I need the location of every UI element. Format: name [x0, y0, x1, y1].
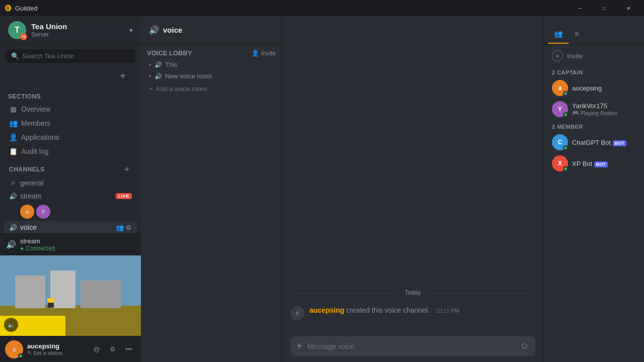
member-xp-bot[interactable]: X XP Bot BOT [546, 153, 642, 174]
server-header[interactable]: T +1 Tea Union Server ▾ [0, 16, 141, 44]
expand-icon-this: ▾ [149, 62, 151, 67]
members-tab-icon: 👥 [554, 30, 562, 38]
member-name-yarik: YarikVor175 [572, 102, 636, 110]
sidebar-item-audit-log[interactable]: 📋 Audit log [4, 144, 137, 158]
stream-users: a Y [4, 203, 137, 221]
system-message-icon: # [290, 306, 304, 320]
channels-header: Channels + [4, 158, 137, 176]
chat-messages: Today # aucepsing created this voice cha… [282, 16, 543, 330]
sidebar-item-applications-label: Applications [21, 133, 59, 141]
settings-button[interactable]: ⚙ [106, 342, 120, 356]
user-controls: @ ⚙ ••• [90, 342, 136, 356]
maximize-button[interactable]: □ [593, 0, 616, 16]
member-name-xp: XP Bot BOT [572, 160, 636, 167]
sidebar-content: Sections ▦ Overview 👥 Members 👤 Applicat… [0, 87, 141, 233]
svg-rect-4 [15, 276, 45, 308]
search-bar: 🔍 [6, 49, 135, 63]
voice-members-icon[interactable]: 👥 [116, 224, 124, 231]
applications-icon: 👤 [9, 133, 17, 141]
invite-button[interactable]: 👤 Invite [252, 50, 276, 57]
member-status-yarik [563, 112, 568, 117]
search-input[interactable] [22, 52, 130, 60]
member-aucepsing[interactable]: a aucepsing [546, 77, 642, 99]
voice-lobby-label: Voice lobby [147, 49, 192, 57]
channel-item-voice[interactable]: 🔊 voice 👥 ⚙ [4, 221, 137, 233]
username: aucepsing [27, 342, 86, 350]
member-avatar-chatgpt: C [552, 134, 568, 150]
invite-label: Invite [567, 52, 583, 60]
stream-bar-channel-icon: 🔊 [6, 240, 16, 249]
live-badge: LIVE [116, 193, 132, 199]
sidebar-item-applications[interactable]: 👤 Applications [4, 130, 137, 144]
server-notification-badge: +1 [20, 33, 27, 40]
members-icon: 👥 [9, 119, 17, 127]
room-icon-new: 🔊 [154, 73, 162, 80]
video-controls: 🔈 [4, 318, 18, 332]
bot-badge-xp: BOT [594, 161, 608, 167]
chat-input-wrapper: + ☺ [290, 336, 535, 356]
room-icon-this: 🔊 [154, 61, 162, 68]
chat-add-icon[interactable]: + [296, 340, 302, 352]
add-voice-room-button[interactable]: + Add a voice room [141, 82, 282, 96]
stream-channel-icon: 🔊 [9, 193, 17, 200]
chat-input[interactable] [307, 342, 515, 350]
video-volume-button[interactable]: 🔈 [4, 318, 18, 332]
member-status-chatgpt [563, 145, 568, 150]
voice-room-new[interactable]: ▾ 🔊 New voice room [141, 70, 282, 82]
sidebar-item-overview-label: Overview [21, 105, 50, 113]
sidebar-item-overview[interactable]: ▦ Overview [4, 102, 137, 116]
panel-tabs: 👥 ≡ [544, 16, 644, 44]
add-voice-room-label: Add a voice room [156, 85, 207, 93]
user-status-indicator [18, 353, 23, 358]
close-button[interactable]: ✕ [617, 0, 640, 16]
add-channel-button[interactable]: + [122, 164, 132, 174]
divider-line-right [427, 293, 535, 293]
titlebar: G Guilded ─ □ ✕ [0, 0, 644, 16]
emoji-button[interactable]: ☺ [520, 341, 529, 351]
system-message: # aucepsing created this voice channel. … [290, 304, 535, 322]
channel-item-stream[interactable]: 🔊 stream LIVE [4, 190, 137, 203]
game-icon: 🎮 [572, 110, 579, 116]
voice-settings-icon[interactable]: ⚙ [126, 224, 132, 231]
divider-line-left [290, 293, 398, 293]
member-name-aucepsing: aucepsing [572, 84, 636, 92]
room-name-this: This [165, 61, 178, 68]
sidebar-item-members-label: Members [21, 119, 50, 127]
svg-rect-6 [80, 281, 121, 308]
bot-badge-chatgpt: BOT [613, 140, 626, 146]
channel-name-stream: stream [20, 192, 113, 200]
user-bar: a aucepsing ✎ Set a status @ ⚙ ••• [0, 336, 141, 362]
voice-panel-title: voice [163, 26, 182, 34]
tab-chat-list[interactable]: ≡ [569, 25, 585, 44]
voice-rooms-list: Voice lobby 👤 Invite ▾ 🔊 This ▾ 🔊 New vo… [141, 44, 282, 362]
stream-user-2: Y [36, 205, 50, 219]
captain-group-label: 2 Captain [544, 65, 644, 77]
channel-name-voice: voice [20, 223, 113, 231]
audit-log-icon: 📋 [9, 147, 17, 155]
member-avatar-xp: X [552, 155, 568, 171]
at-button[interactable]: @ [90, 342, 104, 356]
minimize-button[interactable]: ─ [569, 0, 592, 16]
video-preview: 🔈 [0, 255, 141, 336]
member-info-aucepsing: aucepsing [572, 84, 636, 92]
server-avatar: T +1 [8, 21, 26, 39]
members-invite-button[interactable]: + Invite [544, 44, 644, 65]
user-avatar-wrapper[interactable]: a [5, 340, 23, 358]
stream-user-1: a [20, 205, 34, 219]
add-button[interactable]: + [117, 70, 129, 82]
server-info: Tea Union Server [31, 22, 124, 38]
channel-item-general[interactable]: # general [4, 176, 137, 190]
member-chatgpt-bot[interactable]: C ChatGPT Bot BOT [546, 132, 642, 153]
stream-bar-name: stream [20, 237, 135, 245]
voice-channel-actions: 👥 ⚙ [116, 224, 132, 231]
stream-bar-info: stream ● Connected [20, 237, 135, 252]
member-avatar-yarik: Y [552, 101, 568, 117]
tab-members[interactable]: 👥 [548, 25, 569, 44]
members-panel: 👥 ≡ + Invite 2 Captain a aucepsing [543, 16, 644, 362]
member-yarikvor175[interactable]: Y YarikVor175 🎮 Playing Roblox [546, 99, 642, 120]
status-pencil-icon: ✎ [27, 350, 33, 356]
sidebar-item-members[interactable]: 👥 Members [4, 116, 137, 130]
user-info: aucepsing ✎ Set a status [27, 342, 86, 356]
more-button[interactable]: ••• [122, 342, 136, 356]
voice-room-this[interactable]: ▾ 🔊 This [141, 59, 282, 70]
